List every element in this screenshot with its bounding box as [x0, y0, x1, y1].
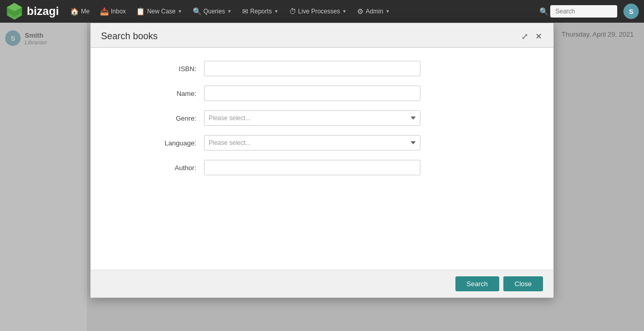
nav-queries[interactable]: 🔍 Queries ▼ [189, 5, 236, 18]
name-label: Name: [111, 90, 204, 97]
modal-footer: Search Close [91, 270, 553, 297]
modal-title: Search books [101, 31, 158, 42]
name-row: Name: [111, 86, 533, 101]
modal-overlay: Search books ⤢ ✕ ISBN: Name: [0, 23, 644, 331]
search-button[interactable]: Search [455, 276, 499, 291]
language-label: Language: [111, 139, 204, 147]
modal-body: ISBN: Name: Genre: Please select... [91, 48, 553, 270]
chevron-down-icon: ▼ [227, 9, 232, 14]
logo-icon [5, 2, 24, 21]
search-input[interactable] [550, 5, 617, 18]
modal-close-icon-button[interactable]: ✕ [534, 31, 543, 42]
name-input[interactable] [204, 86, 420, 101]
nav-admin[interactable]: ⚙ Admin ▼ [353, 5, 394, 18]
reports-icon: ✉ [242, 7, 248, 15]
search-books-modal: Search books ⤢ ✕ ISBN: Name: [90, 23, 554, 298]
chevron-down-icon: ▼ [274, 9, 279, 14]
author-label: Author: [111, 164, 204, 172]
chevron-down-icon: ▼ [385, 9, 390, 14]
nav-inbox[interactable]: 📥 Inbox [96, 5, 130, 18]
author-row: Author: [111, 160, 533, 175]
search-icon: 🔍 [539, 7, 548, 15]
isbn-input[interactable] [204, 61, 420, 76]
case-icon: 📋 [136, 7, 145, 15]
chevron-down-icon: ▼ [178, 9, 182, 14]
chevron-down-icon: ▼ [342, 9, 347, 14]
genre-select[interactable]: Please select... [204, 110, 420, 126]
nav-live-processes[interactable]: ⏱ Live Processes ▼ [285, 5, 351, 18]
logo: bizagi [5, 2, 59, 21]
language-select[interactable]: Please select... [204, 135, 420, 151]
clock-icon: ⏱ [289, 7, 296, 15]
expand-button[interactable]: ⤢ [520, 31, 529, 42]
author-input[interactable] [204, 160, 420, 175]
gear-icon: ⚙ [357, 7, 364, 15]
logo-text: bizagi [27, 5, 59, 18]
queries-icon: 🔍 [193, 7, 201, 15]
isbn-label: ISBN: [111, 65, 204, 73]
modal-header: Search books ⤢ ✕ [91, 23, 553, 48]
language-row: Language: Please select... [111, 135, 533, 151]
user-avatar-nav[interactable]: S [623, 4, 639, 19]
nav-me[interactable]: 🏠 Me [66, 5, 94, 18]
nav-reports[interactable]: ✉ Reports ▼ [238, 5, 283, 18]
home-icon: 🏠 [70, 7, 79, 15]
close-button[interactable]: Close [503, 276, 543, 291]
genre-label: Genre: [111, 114, 204, 122]
navbar: bizagi 🏠 Me 📥 Inbox 📋 New Case ▼ 🔍 Queri… [0, 0, 644, 23]
genre-row: Genre: Please select... [111, 110, 533, 126]
modal-header-actions: ⤢ ✕ [520, 31, 543, 42]
nav-new-case[interactable]: 📋 New Case ▼ [132, 5, 186, 18]
inbox-icon: 📥 [100, 7, 109, 15]
isbn-row: ISBN: [111, 61, 533, 76]
